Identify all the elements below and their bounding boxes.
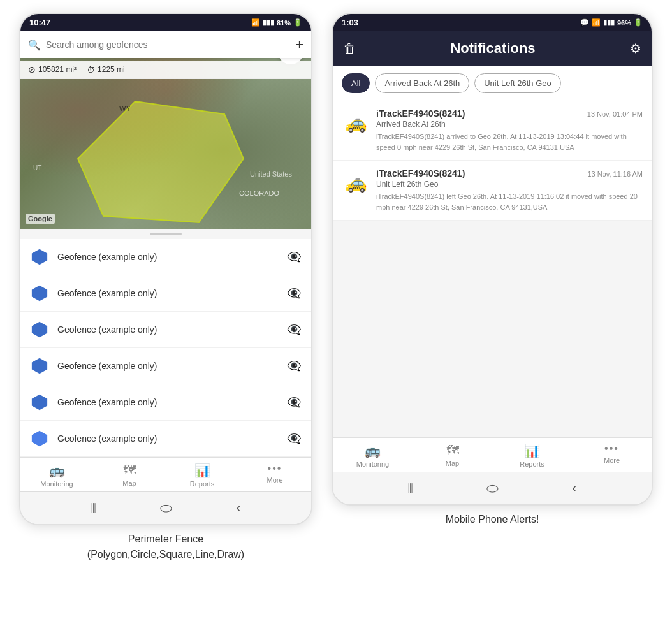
distance-value: 1225 mi bbox=[98, 65, 125, 74]
map-icon: 🗺 bbox=[123, 463, 136, 477]
home-button[interactable]: ⬭ bbox=[160, 500, 172, 516]
list-item[interactable]: Geofence (example only) 👁‍🗨 bbox=[20, 384, 311, 421]
nav-more[interactable]: ••• More bbox=[256, 463, 294, 488]
map-icon-r: 🗺 bbox=[446, 443, 459, 458]
monitoring-label: Monitoring bbox=[40, 480, 73, 488]
filter-all[interactable]: All bbox=[342, 73, 370, 93]
notif-event-2: Unit Left 26th Geo bbox=[376, 180, 643, 189]
geo-icon bbox=[31, 284, 48, 302]
more-icon: ••• bbox=[268, 463, 282, 474]
geo-name: Geofence (example only) bbox=[57, 324, 278, 335]
add-button[interactable]: + bbox=[295, 36, 303, 53]
svg-marker-0 bbox=[78, 101, 244, 222]
list-item[interactable]: Geofence (example only) 👁‍🗨 bbox=[20, 239, 311, 275]
nav-reports[interactable]: 📊 Reports bbox=[183, 463, 221, 488]
eye-icon[interactable]: 👁‍🗨 bbox=[287, 250, 301, 264]
notif-header-row-1: 🚕 iTrackEF4940S(8241) 13 Nov, 01:04 PM A… bbox=[342, 108, 643, 152]
svg-marker-2 bbox=[32, 286, 47, 301]
notification-item-1[interactable]: 🚕 iTrackEF4940S(8241) 13 Nov, 01:04 PM A… bbox=[333, 101, 652, 161]
more-icon-r: ••• bbox=[604, 443, 619, 455]
svg-marker-5 bbox=[32, 395, 47, 410]
search-bar[interactable]: 🔍 + bbox=[20, 31, 311, 58]
trash-icon[interactable]: 🗑 bbox=[343, 41, 356, 56]
right-caption-text: Mobile Phone Alerts! bbox=[446, 512, 539, 527]
notif-title-row-2: iTrackEF4940S(8241) 13 Nov, 11:16 AM bbox=[376, 168, 643, 178]
area-stat: ⊘ 105821 mi² bbox=[28, 64, 77, 75]
recent-apps-button[interactable]: ⦀ bbox=[91, 500, 96, 516]
wifi-icon: 📶 bbox=[251, 18, 260, 27]
eye-icon[interactable]: 👁‍🗨 bbox=[287, 323, 301, 337]
notifications-header: 🗑 Notifications ⚙ bbox=[333, 31, 652, 66]
right-caption: Mobile Phone Alerts! bbox=[446, 512, 539, 527]
scroll-indicator bbox=[20, 229, 311, 239]
back-button[interactable]: ‹ bbox=[237, 500, 241, 516]
geo-icon bbox=[31, 357, 48, 375]
notif-header-row-2: 🚕 iTrackEF4940S(8241) 13 Nov, 11:16 AM U… bbox=[342, 168, 643, 212]
left-caption: Perimeter Fence (Polygon,Circle,Square,L… bbox=[87, 532, 244, 562]
search-input[interactable] bbox=[46, 40, 290, 50]
svg-marker-4 bbox=[32, 358, 47, 374]
svg-marker-3 bbox=[32, 322, 47, 337]
nav-monitoring[interactable]: 🚌 Monitoring bbox=[38, 463, 76, 488]
notif-body-1: iTrackEF4940S(8241) arrived to Geo 26th.… bbox=[376, 131, 643, 152]
search-icon: 🔍 bbox=[28, 39, 41, 51]
map-label-r: Map bbox=[446, 460, 459, 467]
filter-left[interactable]: Unit Left 26th Geo bbox=[474, 73, 561, 93]
nav-map[interactable]: 🗺 Map bbox=[110, 463, 149, 488]
car-avatar-2: 🚕 bbox=[342, 168, 370, 196]
distance-icon: ⏱ bbox=[87, 65, 95, 75]
eye-icon[interactable]: 👁‍🗨 bbox=[287, 395, 301, 409]
left-time: 10:47 bbox=[29, 18, 50, 27]
recent-apps-button-r[interactable]: ⦀ bbox=[407, 480, 413, 497]
geo-name: Geofence (example only) bbox=[57, 433, 278, 444]
notification-list: 🚕 iTrackEF4940S(8241) 13 Nov, 01:04 PM A… bbox=[333, 101, 652, 437]
list-item[interactable]: Geofence (example only) 👁‍🗨 bbox=[20, 275, 311, 312]
monitoring-icon: 🚌 bbox=[49, 463, 65, 478]
filter-arrived[interactable]: Arrived Back At 26th bbox=[375, 73, 469, 93]
notifications-title: Notifications bbox=[356, 40, 630, 57]
battery-text: 81% bbox=[277, 19, 291, 27]
settings-icon[interactable]: ⚙ bbox=[630, 41, 641, 56]
geo-name: Geofence (example only) bbox=[57, 361, 278, 371]
empty-area bbox=[333, 221, 652, 437]
notif-title-row-1: iTrackEF4940S(8241) 13 Nov, 01:04 PM bbox=[376, 108, 643, 119]
battery-icon-r: 🔋 bbox=[634, 18, 643, 27]
eye-icon[interactable]: 👁‍🗨 bbox=[287, 359, 301, 373]
reports-label: Reports bbox=[190, 480, 215, 488]
nav-more-r[interactable]: ••• More bbox=[593, 443, 631, 468]
colorado-label: COLORADO bbox=[239, 189, 279, 197]
monitoring-label-r: Monitoring bbox=[356, 460, 389, 468]
more-label: More bbox=[267, 476, 282, 484]
list-item[interactable]: Geofence (example only) 👁‍🗨 bbox=[20, 312, 311, 348]
list-item[interactable]: Geofence (example only) 👁‍🗨 bbox=[20, 348, 311, 384]
ut-label: UT bbox=[33, 164, 41, 171]
notif-vehicle-1: iTrackEF4940S(8241) bbox=[376, 108, 465, 119]
filter-tabs: All Arrived Back At 26th Unit Left 26th … bbox=[333, 66, 652, 101]
left-status-bar: 10:47 📶 ▮▮▮ 81% 🔋 bbox=[20, 14, 311, 31]
geo-icon bbox=[31, 321, 48, 338]
back-button-r[interactable]: ‹ bbox=[572, 480, 576, 497]
eye-icon[interactable]: 👁‍🗨 bbox=[287, 286, 301, 300]
nav-monitoring-r[interactable]: 🚌 Monitoring bbox=[354, 443, 392, 468]
chat-icon: 💬 bbox=[580, 18, 589, 27]
right-android-nav: ⦀ ⬭ ‹ bbox=[333, 472, 652, 504]
eye-icon[interactable]: 👁‍🗨 bbox=[287, 432, 301, 446]
svg-marker-6 bbox=[32, 431, 47, 446]
notification-item-2[interactable]: 🚕 iTrackEF4940S(8241) 13 Nov, 11:16 AM U… bbox=[333, 161, 652, 221]
right-status-icons: 💬 📶 ▮▮▮ 96% 🔋 bbox=[580, 18, 643, 27]
home-button-r[interactable]: ⬭ bbox=[486, 480, 499, 497]
list-item[interactable]: Geofence (example only) 👁‍🗨 bbox=[20, 421, 311, 457]
distance-stat: ⏱ 1225 mi bbox=[87, 65, 125, 75]
notif-content-1: iTrackEF4940S(8241) 13 Nov, 01:04 PM Arr… bbox=[376, 108, 643, 152]
right-time: 1:03 bbox=[342, 18, 358, 27]
stats-bar: ⊘ 105821 mi² ⏱ 1225 mi bbox=[20, 61, 311, 79]
signal-icon: ▮▮▮ bbox=[263, 18, 274, 27]
google-watermark: Google bbox=[26, 214, 55, 224]
nav-reports-r[interactable]: 📊 Reports bbox=[513, 443, 551, 468]
reports-label-r: Reports bbox=[520, 460, 544, 468]
reports-icon-r: 📊 bbox=[524, 443, 540, 458]
geofence-polygon bbox=[71, 95, 250, 229]
caption-line2: (Polygon,Circle,Square,Line,Draw) bbox=[87, 547, 244, 562]
battery-text-r: 96% bbox=[617, 19, 631, 27]
nav-map-r[interactable]: 🗺 Map bbox=[434, 443, 472, 468]
